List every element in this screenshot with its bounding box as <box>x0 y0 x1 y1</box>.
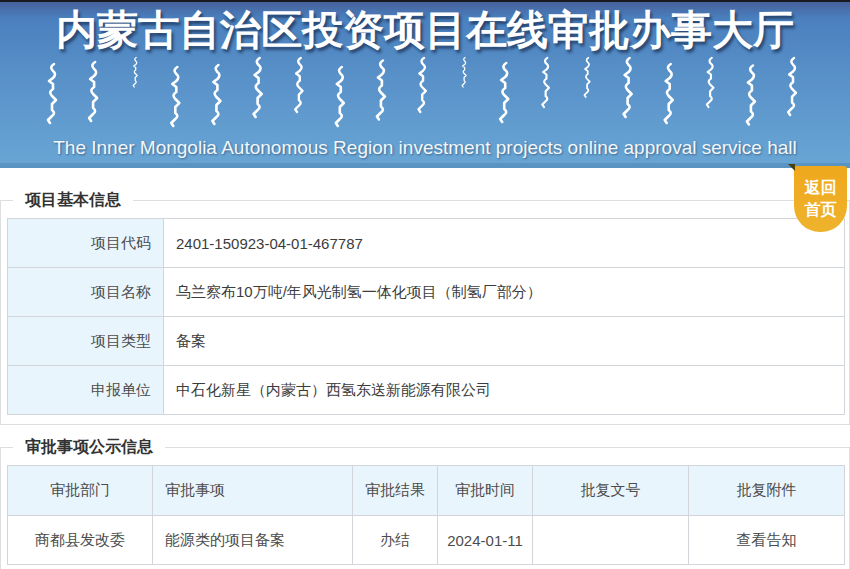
approval-publicity-section: 审批事项公示信息 审批部门 审批事项 审批结果 审批时间 批复文号 批复附件 商… <box>0 447 850 569</box>
table-header-row: 审批部门 审批事项 审批结果 审批时间 批复文号 批复附件 <box>8 466 845 516</box>
project-basic-info-section: 项目基本信息 项目代码 2401-150923-04-01-467787 项目名… <box>0 200 850 425</box>
project-name-value: 乌兰察布10万吨/年风光制氢一体化项目（制氢厂部分） <box>164 268 845 317</box>
table-row: 项目类型 备案 <box>8 317 845 366</box>
project-code-label: 项目代码 <box>8 219 164 268</box>
site-subtitle-english: The Inner Mongolia Autonomous Region inv… <box>0 137 850 159</box>
col-header-result: 审批结果 <box>353 466 438 516</box>
project-info-table: 项目代码 2401-150923-04-01-467787 项目名称 乌兰察布1… <box>7 218 845 415</box>
project-name-label: 项目名称 <box>8 268 164 317</box>
back-home-button[interactable]: 返回 首页 <box>794 166 847 232</box>
site-banner: 内蒙古自治区投资项目在线审批办事大厅 The Inner Mongolia Au… <box>0 0 850 168</box>
col-header-doc-no: 批复文号 <box>533 466 689 516</box>
col-header-attachment: 批复附件 <box>689 466 845 516</box>
view-notice-link[interactable]: 查看告知 <box>737 531 797 548</box>
cell-time: 2024-01-11 <box>438 516 533 565</box>
mongolian-script-line <box>0 55 850 133</box>
table-row: 项目名称 乌兰察布10万吨/年风光制氢一体化项目（制氢厂部分） <box>8 268 845 317</box>
table-row: 商都县发改委 能源类的项目备案 办结 2024-01-11 查看告知 <box>8 516 845 565</box>
table-row: 申报单位 中石化新星（内蒙古）西氢东送新能源有限公司 <box>8 366 845 415</box>
approval-info-table: 审批部门 审批事项 审批结果 审批时间 批复文号 批复附件 商都县发改委 能源类… <box>7 465 845 565</box>
project-code-value: 2401-150923-04-01-467787 <box>164 219 845 268</box>
back-home-label-line2: 首页 <box>794 199 847 221</box>
cell-doc-no <box>533 516 689 565</box>
declaring-unit-value: 中石化新星（内蒙古）西氢东送新能源有限公司 <box>164 366 845 415</box>
col-header-department: 审批部门 <box>8 466 153 516</box>
cell-department: 商都县发改委 <box>8 516 153 565</box>
project-type-value: 备案 <box>164 317 845 366</box>
cell-attachment: 查看告知 <box>689 516 845 565</box>
cell-result: 办结 <box>353 516 438 565</box>
declaring-unit-label: 申报单位 <box>8 366 164 415</box>
col-header-time: 审批时间 <box>438 466 533 516</box>
col-header-item: 审批事项 <box>153 466 353 516</box>
site-title-chinese: 内蒙古自治区投资项目在线审批办事大厅 <box>0 2 850 53</box>
project-type-label: 项目类型 <box>8 317 164 366</box>
section-title-approval-info: 审批事项公示信息 <box>13 437 165 457</box>
back-home-label-line1: 返回 <box>794 177 847 199</box>
table-row: 项目代码 2401-150923-04-01-467787 <box>8 219 845 268</box>
section-title-project-info: 项目基本信息 <box>13 190 133 210</box>
cell-item: 能源类的项目备案 <box>153 516 353 565</box>
